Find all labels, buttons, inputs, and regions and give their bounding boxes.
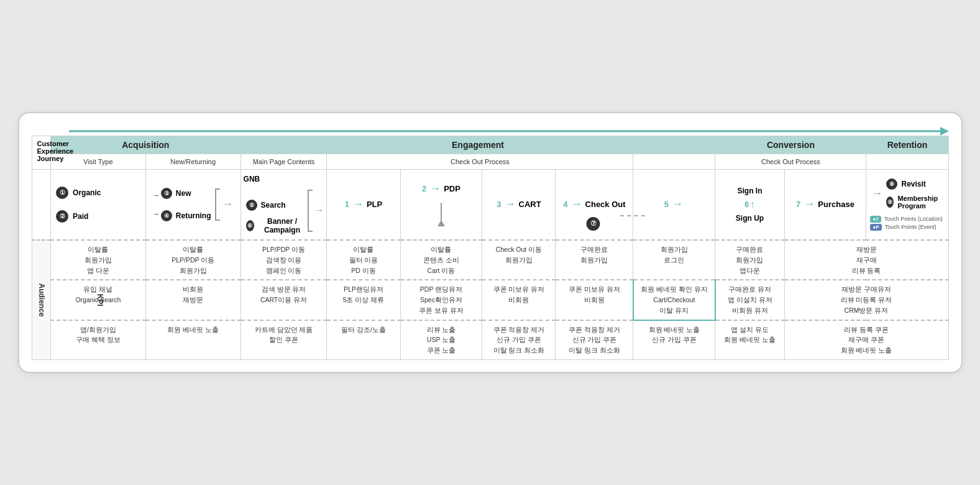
purchase-label: Purchase	[818, 200, 854, 209]
signup-label: Sign Up	[736, 214, 764, 223]
circle-9: ⑨	[886, 196, 894, 208]
step-cart-cell: 3 → CART	[482, 169, 556, 240]
circle-4: ④	[161, 210, 172, 221]
step-1-num: 1	[345, 200, 349, 209]
organic-label: Organic	[73, 188, 101, 197]
retention-label: Retention	[887, 140, 928, 150]
audience-col9: 구매완로 유저 앱 이설치 유저 비회원 유저	[715, 280, 784, 320]
offer-col5: 리뷰 노출 USP 노출 쿠폰 노출	[400, 320, 482, 360]
kpi-col2: 이탈률 PLP/PDP 이동 회원가입	[145, 240, 240, 280]
kpi-col10: 재방문 재구매 리뷰 등록	[784, 240, 948, 280]
subheader-checkout-engagement: Check Out Process	[327, 154, 633, 169]
touch-point-legend: ●7 Touch Points (Location) ●P Touch Poin…	[870, 216, 944, 231]
arrow-3: →	[505, 198, 516, 211]
subheader-checkinout-empty	[633, 154, 715, 169]
kpi-col3: PLP/PDP 이동 검색창 이용 캠페인 이동	[240, 240, 327, 280]
search-label: Search	[261, 201, 286, 210]
step-2-num: 2	[422, 184, 426, 193]
tp-location-badge: ●7	[870, 216, 881, 223]
gnb-label: GNB	[244, 175, 260, 183]
step-3-num: 3	[497, 200, 501, 209]
kpi-col4: 이탈률 필터 이용 PD 이동	[327, 240, 400, 280]
phase-retention: Retention	[866, 136, 948, 154]
subheader-retention-empty	[866, 154, 948, 169]
step-pdp-cell: 2 → PDP	[400, 169, 482, 240]
offer-col2: 회원 베네핏 노출	[145, 320, 240, 360]
main-page-cell: GNB ⑤ Search ⑥	[240, 169, 327, 240]
tp-event-label: Touch Points (Event)	[885, 224, 936, 230]
phase-conversion: Conversion	[715, 136, 866, 154]
cart-label: CART	[519, 200, 541, 209]
banner-label: Banner / Campaign	[258, 217, 307, 234]
kpi-col5: 이탈률 콘텐츠 소비 Cart 이동	[400, 240, 482, 280]
tp-event-badge: ●P	[870, 224, 881, 231]
circle-7-checkout: ⑦	[587, 217, 600, 231]
arrow-4: →	[571, 198, 582, 211]
kpi-row: KPI Audience Offer 이탈률 회원가입 앱 다운 이탈률 PLP…	[32, 240, 948, 280]
new-label: New	[176, 189, 191, 198]
paid-label: Paid	[73, 212, 88, 221]
arrow-5: →	[672, 198, 683, 211]
returning-label: Returning	[176, 211, 211, 220]
audience-col3: 검색 방문 유저 CART이용 유저	[240, 280, 327, 320]
step-checkout-cell: 4 → Check Out ⑦	[556, 169, 633, 240]
step-5-num: 5	[664, 200, 669, 209]
subheader-checkout-conversion: Check Out Process	[715, 154, 866, 169]
kpi-col6: Check Out 이동 회원가입	[482, 240, 556, 280]
pdp-label: PDP	[444, 184, 460, 193]
sub-header-row: Visit Type New/Returning Main Page Conte…	[32, 154, 948, 169]
arrow-7: →	[804, 198, 815, 211]
step-4-num: 4	[563, 200, 567, 209]
circle-1: ①	[56, 187, 68, 199]
acquisition-label: Acquisition	[122, 140, 169, 150]
audience-col2: 비회원 재방문	[145, 280, 240, 320]
kpi-col7: 구매완료 회원가입	[556, 240, 633, 280]
circle-8: ⑧	[886, 178, 897, 190]
visit-type-cell: ① Organic ② Paid	[51, 169, 146, 240]
audience-col10: 재방문 구매유저 리뷰 미등록 유저 CRM방문 유저	[784, 280, 948, 320]
up-arrow-6: ↑	[750, 199, 755, 210]
kpi-col8: 회원가입 로그인	[633, 240, 715, 280]
subheader-main-page: Main Page Contents	[240, 154, 327, 169]
arrow-1: →	[352, 198, 364, 211]
engagement-label: Engagement	[452, 140, 504, 150]
step-signin-cell: Sign In 6 ↑ Sign Up	[715, 169, 784, 240]
offer-col3: 카트에 담았던 제품 할인 쿠폰	[240, 320, 327, 360]
step-5-dashed-cell: 5 →	[633, 169, 715, 240]
offer-col6: 쿠폰 적용창 제거 신규 가입 쿠폰 이탈 링크 최소화	[482, 320, 556, 360]
offer-col10: 리뷰 등록 쿠폰 재구매 쿠폰 회원 베네핏 노출	[784, 320, 948, 360]
audience-col8: 회원 베네핏 확인 유지 Cart/Checkout 이탈 유지	[633, 280, 715, 320]
offer-col8: 회원 베네핏 노출 신규 가입 쿠폰	[633, 320, 715, 360]
plp-label: PLP	[367, 200, 382, 209]
main-frame: Customer Experience Journey Acquisition …	[18, 112, 963, 373]
offer-row: 앱/회원가입 구매 혜택 정보 회원 베네핏 노출 카트에 담았던 제품 할인 …	[32, 320, 948, 360]
subheader-new-returning: New/Returning	[145, 154, 240, 169]
journey-vertical-label	[32, 169, 51, 240]
membership-label: Membership Program	[897, 195, 944, 210]
kpi-col9: 구매완료 회원가입 앱다운	[715, 240, 784, 280]
step-7-num: 7	[796, 200, 800, 209]
checkout-label: Check Out	[585, 200, 626, 209]
new-returning-cell: → → ③ New ④ Retu	[145, 169, 240, 240]
offer-col4: 필터 강조/노출	[327, 320, 400, 360]
circle-2: ②	[56, 210, 68, 223]
step-revisit-cell: → ⑧ Revisit ⑨ Membership Program	[866, 169, 948, 240]
audience-col4: PLP랜딩유저 5초 이상 체류	[327, 280, 400, 320]
audience-col7: 쿠폰 미보유 유저 비회원	[556, 280, 633, 320]
circle-3: ③	[161, 188, 172, 199]
tp-location-label: Touch Points (Location)	[884, 216, 943, 222]
offer-col9: 앱 설치 유도 회원 베네핏 노출	[715, 320, 784, 360]
journey-table: Customer Experience Journey Acquisition …	[32, 136, 949, 360]
signin-label: Sign In	[737, 187, 762, 195]
step-purchase-cell: 7 → Purchase	[784, 169, 866, 240]
revisit-label: Revisit	[901, 180, 925, 188]
step-plp-cell: 1 → PLP	[327, 169, 400, 240]
journey-arrow	[69, 128, 949, 134]
arrow-2: →	[429, 182, 441, 195]
phase-header-row: Customer Experience Journey Acquisition …	[32, 136, 948, 154]
conversion-label: Conversion	[767, 140, 815, 150]
journey-row-label: Customer Experience Journey	[32, 136, 51, 169]
audience-col5: PDP 랜딩유저 Spec확인유저 쿠폰 보유 유저	[400, 280, 482, 320]
kpi-label-cell: KPI Audience Offer	[32, 240, 51, 360]
journey-flow-row: ① Organic ② Paid	[32, 169, 948, 240]
